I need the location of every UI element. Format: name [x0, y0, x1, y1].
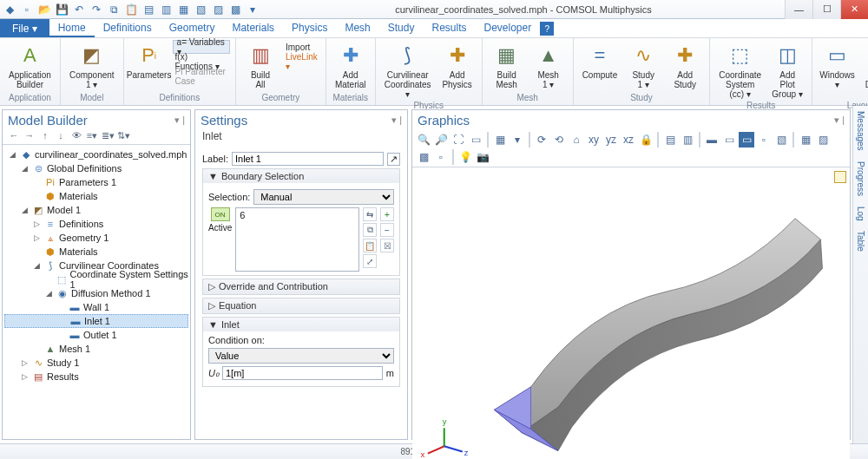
- tab-study[interactable]: Study: [379, 19, 424, 37]
- sel-paste-icon[interactable]: 📋: [363, 239, 377, 252]
- tree-diff[interactable]: Diffusion Method 1: [71, 288, 151, 298]
- label-input[interactable]: [232, 152, 384, 166]
- tab-table[interactable]: Table: [856, 231, 865, 252]
- tab-log[interactable]: Log: [856, 207, 865, 221]
- view-all-icon[interactable]: ▦: [798, 132, 813, 148]
- maximize-button[interactable]: ☐: [812, 0, 840, 19]
- sel-add-icon[interactable]: +: [380, 207, 394, 221]
- tree-mat[interactable]: Materials: [59, 246, 98, 257]
- tab-geometry[interactable]: Geometry: [161, 19, 224, 37]
- qa-icon5[interactable]: ▨: [211, 3, 225, 16]
- sel-pnt-icon[interactable]: ▫: [756, 132, 772, 148]
- tree-geom[interactable]: Geometry 1: [59, 233, 108, 243]
- copy-icon[interactable]: ⧉: [107, 3, 121, 16]
- chevron-right-icon[interactable]: ▷: [208, 281, 215, 292]
- build-all-button[interactable]: ▥Build All: [241, 40, 279, 91]
- parameters-button[interactable]: PiParameters: [129, 40, 169, 82]
- graphics-canvas[interactable]: x y z: [412, 167, 850, 459]
- axis3-icon[interactable]: xz: [621, 132, 636, 148]
- livelink-button[interactable]: LiveLink ▾: [283, 55, 320, 69]
- qa-icon4[interactable]: ▧: [194, 3, 207, 16]
- qa-icon6[interactable]: ▩: [228, 3, 242, 16]
- model-tree[interactable]: ◢◆curvilinear_coordinates_solved.mph ◢⊜G…: [3, 145, 190, 386]
- parameter-case-button[interactable]: Pi Parameter Case: [173, 69, 230, 83]
- reset-desktop-button[interactable]: ⟳Reset Desktop ▾: [860, 40, 868, 101]
- save-icon[interactable]: 💾: [55, 3, 69, 16]
- tab-progress[interactable]: Progress: [856, 161, 865, 196]
- collapse-icon[interactable]: ≡▾: [86, 130, 98, 141]
- sel-dom-icon[interactable]: ▬: [704, 132, 720, 148]
- down-icon[interactable]: ↓: [55, 130, 67, 141]
- new-icon[interactable]: ▫: [20, 3, 34, 16]
- tree-study[interactable]: Study 1: [47, 357, 79, 368]
- view-menu-icon[interactable]: ▾: [510, 132, 525, 148]
- file-menu[interactable]: File ▾: [0, 19, 49, 37]
- qa-icon[interactable]: ▤: [141, 3, 155, 16]
- tab-results[interactable]: Results: [423, 19, 475, 37]
- tree-results[interactable]: Results: [47, 371, 79, 382]
- component-button[interactable]: ◩Component 1 ▾: [66, 40, 118, 91]
- view-xy-icon[interactable]: ▦: [492, 132, 508, 148]
- minimize-button[interactable]: —: [785, 0, 812, 19]
- selection-mode[interactable]: Manual: [253, 189, 394, 205]
- application-builder-button[interactable]: AApplication Builder: [5, 40, 55, 91]
- panel-menu-icon[interactable]: ▾ |: [391, 115, 402, 126]
- add-plot-group-button[interactable]: ◫Add Plot Group ▾: [768, 40, 806, 101]
- mesh1-button[interactable]: ▲Mesh 1 ▾: [529, 40, 568, 91]
- fwd-icon[interactable]: →: [23, 130, 36, 141]
- clip-icon[interactable]: ▤: [662, 132, 678, 148]
- u0-input[interactable]: [222, 366, 383, 380]
- tree-root[interactable]: curvilinear_coordinates_solved.mph: [35, 149, 187, 160]
- zoom-out-icon[interactable]: 🔎: [433, 132, 449, 148]
- tree-wall[interactable]: Wall 1: [83, 302, 109, 312]
- open-icon[interactable]: 📂: [37, 3, 51, 16]
- panel-menu-icon[interactable]: ▾ |: [834, 115, 845, 126]
- axis2-icon[interactable]: yz: [603, 132, 619, 148]
- tree-gdef[interactable]: Global Definitions: [47, 163, 122, 174]
- rotate2-icon[interactable]: ⟲: [551, 132, 567, 148]
- goto-source-icon[interactable]: ↗: [387, 153, 400, 166]
- redo-icon[interactable]: ↷: [89, 3, 103, 16]
- sort-icon[interactable]: ⇅▾: [117, 130, 129, 141]
- sel-edge-icon[interactable]: ▭: [739, 132, 754, 148]
- active-toggle[interactable]: ON: [211, 207, 230, 221]
- qa-icon3[interactable]: ▦: [176, 3, 190, 16]
- study1-button[interactable]: ∿Study 1 ▾: [624, 40, 662, 91]
- zoom-box-icon[interactable]: ▭: [468, 132, 483, 148]
- panel-menu-icon[interactable]: ▾ |: [174, 115, 185, 126]
- transp-icon[interactable]: ▩: [416, 149, 431, 165]
- clip2-icon[interactable]: ▥: [680, 132, 695, 148]
- camera-icon[interactable]: 📷: [475, 149, 490, 165]
- boundary-list[interactable]: 6: [235, 207, 359, 272]
- sel-hide-icon[interactable]: ▧: [773, 132, 789, 148]
- help-icon[interactable]: ?: [540, 22, 554, 36]
- add-material-button[interactable]: ✚Add Material: [332, 40, 370, 91]
- tab-home[interactable]: Home: [49, 19, 95, 37]
- show-icon[interactable]: 👁: [70, 130, 82, 141]
- windows-button[interactable]: ▭Windows ▾: [818, 40, 857, 91]
- sel-copy-icon[interactable]: ⧉: [363, 223, 377, 237]
- info-badge-icon[interactable]: [834, 171, 846, 183]
- back-icon[interactable]: ←: [8, 130, 20, 141]
- tab-materials[interactable]: Materials: [223, 19, 283, 37]
- wire-icon[interactable]: ▫: [433, 149, 449, 165]
- tree-params[interactable]: Parameters 1: [59, 177, 116, 187]
- tab-mesh[interactable]: Mesh: [336, 19, 378, 37]
- up-icon[interactable]: ↑: [39, 130, 51, 141]
- add-physics-button[interactable]: ✚Add Physics: [438, 40, 477, 91]
- close-button[interactable]: ✕: [840, 0, 868, 19]
- curvilinear-button[interactable]: ⟆Curvilinear Coordinates ▾: [381, 40, 435, 101]
- compute-button[interactable]: =Compute: [579, 40, 621, 82]
- tree-mesh[interactable]: Mesh 1: [59, 344, 90, 354]
- chevron-down-icon[interactable]: ▼: [208, 319, 218, 330]
- axis-icon[interactable]: xy: [586, 132, 602, 148]
- tab-messages[interactable]: Messages: [856, 111, 865, 151]
- tree-model[interactable]: Model 1: [47, 205, 81, 215]
- zoom-extents-icon[interactable]: ⛶: [450, 132, 466, 148]
- tree-inlet[interactable]: Inlet 1: [84, 316, 110, 326]
- rotate-icon[interactable]: ⟳: [534, 132, 549, 148]
- tree-outlet[interactable]: Outlet 1: [83, 330, 117, 340]
- lock-icon[interactable]: 🔒: [638, 132, 654, 148]
- chevron-down-icon[interactable]: ▼: [208, 171, 218, 181]
- go-default-icon[interactable]: ⌂: [569, 132, 584, 148]
